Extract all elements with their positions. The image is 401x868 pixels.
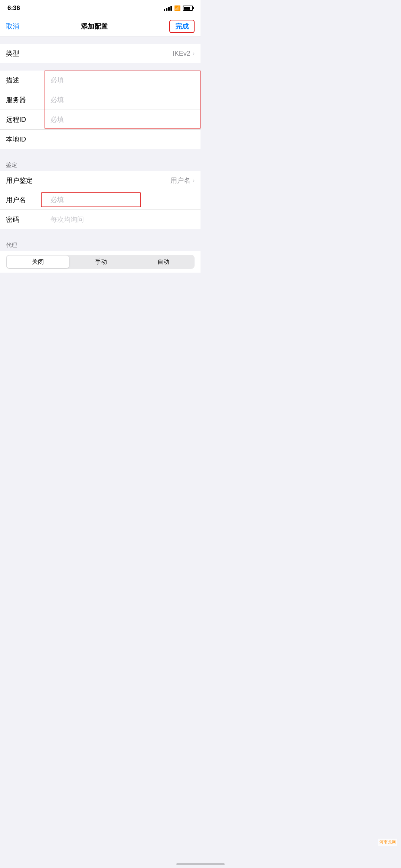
description-row[interactable]: 描述 [0,71,200,90]
type-row[interactable]: 类型 IKEv2 › [0,44,200,63]
section-gap-3 [0,149,200,156]
server-input[interactable] [36,90,195,110]
page-title: 添加配置 [81,22,108,31]
form-fields-container: 描述 服务器 远程ID 本地ID [0,71,200,149]
section-gap-4 [0,229,200,237]
password-row[interactable]: 密码 [0,210,200,229]
type-label: 类型 [6,49,36,58]
nav-bar: 取消 添加配置 完成 [0,16,200,36]
username-label: 用户名 [6,195,36,204]
type-section: 类型 IKEv2 › [0,44,200,63]
status-icons: 📶 [164,5,193,11]
proxy-section-header: 代理 [0,237,200,251]
remote-id-row[interactable]: 远程ID [0,110,200,130]
auth-header-label: 鉴定 [6,162,17,168]
description-label: 描述 [6,76,36,85]
remote-id-input[interactable] [36,110,195,129]
section-gap-2 [0,63,200,71]
auth-section-header: 鉴定 [0,156,200,171]
description-input[interactable] [36,71,195,90]
proxy-segment-control: 关闭 手动 自动 [6,255,195,269]
done-button[interactable]: 完成 [169,20,195,33]
form-fields-group: 描述 服务器 远程ID 本地ID [0,71,200,149]
user-auth-row[interactable]: 用户鉴定 用户名 › [0,171,200,190]
username-row[interactable]: 用户名 [0,190,200,210]
section-gap-1 [0,36,200,44]
signal-icon [164,6,172,11]
password-input[interactable] [36,210,195,229]
segment-off[interactable]: 关闭 [7,256,69,268]
battery-icon [183,6,193,11]
user-auth-value: 用户名 › [170,176,195,185]
cancel-button[interactable]: 取消 [6,22,19,31]
server-label: 服务器 [6,95,36,104]
local-id-label: 本地ID [6,135,36,144]
type-chevron-icon: › [193,50,195,57]
local-id-input[interactable] [36,130,195,149]
password-label: 密码 [6,215,36,224]
username-input[interactable] [36,190,195,209]
segment-manual[interactable]: 手动 [70,255,132,269]
remote-id-label: 远程ID [6,115,36,124]
bottom-fill [0,273,200,495]
proxy-segment-container: 关闭 手动 自动 [0,251,200,273]
user-auth-label: 用户鉴定 [6,176,36,185]
auth-group: 用户鉴定 用户名 › 用户名 密码 [0,171,200,229]
status-bar: 6:36 📶 [0,0,200,16]
local-id-row[interactable]: 本地ID [0,130,200,149]
proxy-header-label: 代理 [6,242,17,248]
server-row[interactable]: 服务器 [0,90,200,110]
status-time: 6:36 [7,4,20,12]
user-auth-chevron-icon: › [193,177,195,184]
type-value: IKEv2 › [173,50,195,58]
segment-auto[interactable]: 自动 [132,255,195,269]
wifi-icon: 📶 [174,5,180,11]
